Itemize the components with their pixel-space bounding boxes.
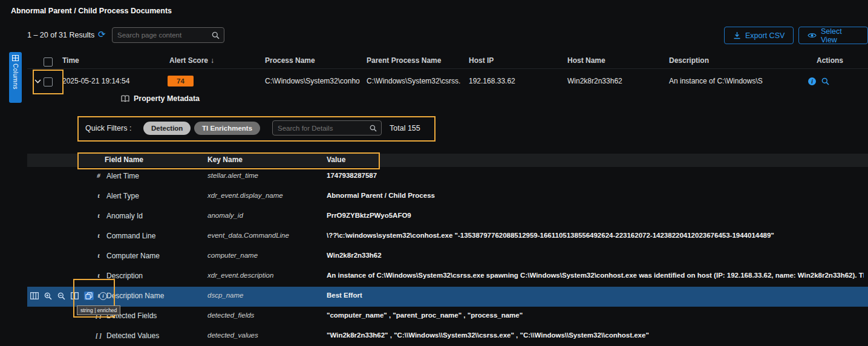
col-header-actions: Actions: [817, 56, 843, 65]
key-name: detected_values: [207, 331, 258, 339]
app-window: Abnormal Parent / Child Process Document…: [0, 0, 868, 346]
detail-row-anomaly-id[interactable]: t Anomaly Id anomaly_id PrrO9ZYBktzPWyo5…: [0, 207, 868, 227]
detail-row-description[interactable]: t Description xdr_event.description An i…: [0, 267, 868, 287]
field-name: Description: [106, 272, 143, 280]
col-header-description[interactable]: Description: [669, 56, 709, 65]
detail-row-detected-values[interactable]: [ ] Detected Values detected_values "Win…: [0, 327, 868, 346]
row-parent: C:\Windows\System32\csrss.: [367, 77, 460, 85]
field-name: Command Line: [106, 232, 155, 240]
copy-icon[interactable]: [84, 292, 94, 300]
row-hover-toolbar: i: [30, 292, 107, 300]
field-type-icon: t: [93, 212, 104, 219]
col-header-parent[interactable]: Parent Process Name: [367, 56, 441, 65]
key-name: dscp_name: [207, 292, 243, 299]
field-value: Win2k8r2n33h62: [327, 252, 382, 259]
detail-col-value: Value: [327, 155, 345, 164]
key-name: xdr_event.display_name: [207, 192, 283, 199]
export-csv-label: Export CSV: [745, 31, 785, 40]
total-count: Total 155: [390, 124, 420, 132]
export-csv-button[interactable]: Export CSV: [724, 27, 794, 44]
columns-panel-tab[interactable]: Columns: [9, 52, 22, 103]
field-name: Alert Type: [106, 192, 139, 200]
col-header-process[interactable]: Process Name: [265, 56, 315, 65]
row-search-icon[interactable]: [821, 77, 829, 85]
detail-row-alert-time[interactable]: # Alert Time stellar.alert_time 17479382…: [0, 167, 868, 187]
info-icon[interactable]: i: [99, 292, 107, 300]
row-time: 2025-05-21 19:14:54: [62, 77, 129, 85]
col-header-time[interactable]: Time: [62, 56, 79, 65]
filter-ti-enrichments-pill[interactable]: TI Enrichments: [194, 122, 260, 135]
columns-icon[interactable]: [71, 292, 79, 299]
property-metadata-title: Property Metadata: [134, 94, 200, 103]
search-icon: [370, 125, 377, 132]
detail-search: [272, 120, 382, 135]
row-checkbox[interactable]: [44, 77, 53, 86]
field-type-icon: t: [93, 252, 104, 259]
detail-row-alert-type[interactable]: t Alert Type xdr_event.display_name Abno…: [0, 187, 868, 207]
detail-row-detected-fields[interactable]: [ ] Detected Fields detected_fields "com…: [0, 307, 868, 327]
field-type-icon: t: [93, 272, 104, 279]
table-icon[interactable]: [30, 292, 39, 299]
row-info-icon[interactable]: i: [808, 77, 816, 85]
results-count: 1 – 20 of 31 Results: [27, 31, 94, 39]
collapse-chevron-icon[interactable]: [34, 79, 41, 83]
col-header-alert-score[interactable]: Alert Score ↓: [169, 56, 214, 65]
filter-detection-pill[interactable]: Detection: [143, 122, 191, 135]
key-name: anomaly_id: [207, 212, 243, 219]
col-header-host-ip[interactable]: Host IP: [469, 56, 494, 65]
detail-header-band: [27, 154, 868, 167]
field-value: 1747938287587: [327, 172, 377, 179]
grid-icon: [12, 55, 19, 61]
field-name: Anomaly Id: [106, 212, 143, 220]
page-title: Abnormal Parent / Child Process Document…: [11, 7, 172, 15]
key-name: xdr_event.description: [207, 272, 273, 279]
page-search-input[interactable]: [113, 31, 212, 39]
col-header-host-name[interactable]: Host Name: [567, 56, 605, 65]
row-description: An instance of C:\Windows\S: [669, 77, 763, 85]
page-search: [112, 27, 224, 43]
detail-row-command-line[interactable]: t Command Line event_data.CommandLine \?…: [0, 227, 868, 247]
row-process: C:\Windows\System32\conho: [265, 77, 360, 85]
columns-tab-label: Columns: [12, 64, 19, 90]
type-tooltip: string | enriched: [77, 305, 120, 315]
field-value: PrrO9ZYBktzPWyo5AFO9: [327, 212, 411, 219]
book-icon: [121, 95, 129, 102]
key-name: detected_fields: [207, 312, 254, 319]
field-value: Best Effort: [327, 292, 362, 299]
property-metadata-header: Property Metadata: [121, 94, 200, 103]
field-value: "Win2k8r2n33h62" , "C:\\Windows\\System3…: [327, 331, 649, 339]
select-view-button[interactable]: Select View: [798, 27, 868, 44]
detail-row-description-name[interactable]: i t Description Name dscp_name Best Effo…: [0, 287, 868, 307]
header-divider: [27, 68, 868, 69]
detail-col-field-name: Field Name: [105, 155, 143, 164]
field-type-icon: t: [93, 232, 104, 239]
detail-col-key-name: Key Name: [207, 155, 243, 164]
select-view-label: Select View: [821, 27, 859, 44]
field-value: \??\c:\windows\system32\conhost.exe "-13…: [327, 232, 774, 239]
field-name: Description Name: [106, 292, 164, 300]
quick-filters-label: Quick Filters :: [85, 124, 131, 132]
key-name: stellar.alert_time: [207, 172, 258, 179]
refresh-icon[interactable]: ⟳: [98, 29, 106, 40]
field-name: Detected Values: [106, 331, 159, 340]
search-icon: [212, 31, 220, 39]
field-value: "computer_name" , "parent_proc_name" , "…: [327, 312, 523, 319]
zoom-out-icon[interactable]: [57, 292, 65, 300]
sort-desc-icon: ↓: [210, 56, 214, 65]
row-host-ip: 192.168.33.62: [469, 77, 515, 85]
field-value: An instance of C:\Windows\System32\csrss…: [327, 272, 864, 279]
row-actions: i: [808, 77, 829, 85]
detail-row-computer-name[interactable]: t Computer Name computer_name Win2k8r2n3…: [0, 247, 868, 267]
detail-search-input[interactable]: [273, 125, 370, 132]
col-header-alert-score-label: Alert Score: [169, 56, 208, 65]
select-all-checkbox[interactable]: [44, 57, 53, 67]
alert-score-badge[interactable]: 74: [168, 76, 194, 86]
field-type-icon: #: [93, 172, 104, 179]
eye-icon: [808, 32, 817, 39]
field-type-icon: [ ]: [93, 331, 104, 339]
key-name: computer_name: [207, 252, 258, 259]
field-name: Alert Time: [106, 172, 139, 180]
field-value: Abnormal Parent / Child Process: [327, 192, 435, 199]
key-name: event_data.CommandLine: [207, 232, 289, 239]
zoom-in-icon[interactable]: [44, 292, 52, 300]
